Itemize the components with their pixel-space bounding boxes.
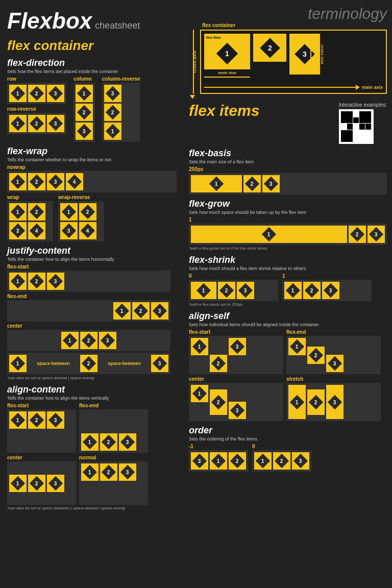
fd-row-demo: 1 2 3: [7, 83, 66, 104]
fs-demo-1: 1 2 3: [282, 280, 372, 301]
ac-normal-group: normal 1 2 3: [79, 455, 148, 505]
flex-basis-section: flex-basis Sets the main size of a flex …: [189, 148, 387, 194]
flex-container-section: flex container flex-direction Sets how t…: [7, 38, 177, 510]
as-stretch-demo: 1 2 3: [286, 383, 381, 421]
jc-desc: Tells the container how to align the ite…: [7, 257, 177, 262]
fd-cr-item-1: 1: [104, 122, 121, 140]
fd-col-rev-demo: 1 2 3: [102, 83, 140, 142]
flex-shrink-section: flex-shrink Sets how much should a flex …: [189, 255, 387, 307]
justify-content-section: justify-content Tells the container how …: [7, 246, 177, 380]
right-column: terminology flex container cross axis fl…: [184, 0, 392, 472]
fd-item-2: 2: [28, 85, 45, 102]
ac-desc: Tells the container how to align the ite…: [7, 396, 177, 401]
ac-demos-row2: center 1 2 3 normal 1 2 3: [7, 455, 177, 505]
flex-direction-demos: row 1 2 3 row-reverse 3 2 1: [7, 76, 177, 142]
fd-rr-item-2: 2: [28, 115, 45, 132]
order-demos: -1 3 1 2 0 1 2 3: [189, 444, 387, 472]
ac-start-demo: 1 2 3: [7, 409, 76, 453]
fw-wrap-rev-group: wrap-reverse 3 4 1 2: [58, 194, 104, 241]
fs-title: flex-shrink: [189, 255, 387, 265]
flex-direction-desc: Sets how the flex items are placed insid…: [7, 69, 177, 74]
fd-cr-item-2: 2: [104, 104, 121, 121]
fw-wrap-row: wrap 1 2 3 4 wrap-reverse 3 4: [7, 194, 177, 241]
diag-item-3: 3 cross size: [289, 34, 320, 75]
terminology-diagram: flex container cross axis flex item: [189, 22, 387, 94]
order-demo-0: 1 2 3: [252, 450, 311, 472]
qr-code: [339, 109, 374, 144]
as-demos-row2: center 1 2 3 stretch: [189, 376, 387, 421]
fd-c-item-2: 2: [76, 104, 93, 121]
diagram-content: flex item 1 main size: [200, 30, 387, 94]
flex-container-title: flex container: [7, 38, 177, 54]
fd-row-group: row 1 2 3 row-reverse 3 2 1: [7, 76, 66, 134]
left-column: Flexbox cheatsheet flex container flex-d…: [0, 0, 184, 519]
order-desc: Sets the ordering of the flex items: [189, 436, 387, 442]
fd-item-3: 3: [47, 85, 64, 102]
fw-wrap-group: wrap 1 2 3 4: [7, 194, 53, 241]
flex-direction-title: flex-direction: [7, 58, 177, 68]
title-block: Flexbox cheatsheet: [7, 8, 177, 34]
fd-col-group: column 1 2 3: [74, 76, 95, 142]
ac-start-group: flex-start 1 2 3: [7, 403, 76, 453]
fw-wrap-rev-demo: 3 4 1 2: [58, 201, 104, 241]
ac-end-demo: 1 2 3: [79, 409, 148, 453]
main-axis-row: main axis: [204, 85, 383, 90]
jc-between-demo: 1 space-between 2 space-between 3: [7, 353, 170, 374]
fb-title: flex-basis: [189, 148, 387, 159]
fw-wrap-demo: 1 2 3 4: [7, 201, 53, 241]
fs-desc: Sets how much should a flex item shrink …: [189, 266, 387, 271]
fs-demos: 0 1 2 3 1 1 2 3: [189, 273, 387, 301]
fd-c-item-3: 3: [76, 122, 93, 140]
align-content-section: align-content Tells the container how to…: [7, 384, 177, 510]
order-demo-neg1: 3 1 2: [189, 450, 248, 472]
ac-title: align-content: [7, 384, 177, 395]
order-section: order Sets the ordering of the flex item…: [189, 425, 387, 472]
title-flexbox: Flexbox cheatsheet: [7, 8, 177, 34]
jc-start-demo: 1 2 3: [7, 271, 170, 292]
fw-nowrap-demo: 1 2 3 4: [7, 171, 177, 192]
as-desc: Sets how individual items should be alig…: [189, 322, 387, 327]
terminology-header: terminology: [189, 0, 387, 22]
as-title: align-self: [189, 311, 387, 322]
as-center-demo: 1 2 3: [189, 383, 283, 421]
fd-item-1: 1: [9, 85, 27, 102]
flex-wrap-desc: Tells the container whether to wrap the …: [7, 157, 177, 162]
flex-wrap-title: flex-wrap: [7, 146, 177, 157]
fg-desc: Sets how much space should be taken up b…: [189, 210, 387, 215]
fd-col-rev-group: column-reverse 1 2 3: [102, 76, 140, 142]
flex-grow-section: flex-grow Sets how much space should be …: [189, 199, 387, 251]
flex-wrap-section: flex-wrap Tells the container whether to…: [7, 146, 177, 241]
fd-cr-item-3: 3: [104, 85, 121, 102]
jc-end-demo: 1 2 3: [7, 300, 170, 322]
fd-col-demo: 1 2 3: [74, 83, 95, 142]
fd-row-rev-demo: 3 2 1: [7, 113, 66, 134]
ac-center-group: center 1 2 3: [7, 455, 76, 505]
fd-rr-item-3: 3: [47, 115, 64, 132]
align-self-section: align-self Sets how individual items sho…: [189, 311, 387, 421]
fs-demo-0: 1 2 3: [189, 280, 278, 301]
flex-direction-section: flex-direction Sets how the flex items a…: [7, 58, 177, 142]
cross-axis-container: cross axis: [189, 30, 200, 94]
as-start-demo: 1 2 3: [189, 336, 283, 374]
fg-title: flex-grow: [189, 199, 387, 209]
jc-title: justify-content: [7, 246, 177, 256]
fd-c-item-1: 1: [76, 85, 93, 102]
jc-center-demo: 1 2 3: [7, 330, 170, 351]
order-title: order: [189, 425, 387, 436]
ac-demos: flex-start 1 2 3 flex-end 1 2 3: [7, 403, 177, 453]
diag-item-2: 2: [253, 34, 286, 62]
ac-normal-demo: 1 2 3: [79, 461, 148, 505]
flex-items-header: flex items Interactive examples:: [189, 102, 387, 144]
as-end-demo: 1 2 3: [286, 336, 381, 374]
as-demos: flex-start 1 2 3 flex-end: [189, 329, 387, 374]
cross-axis-arrow: [190, 95, 195, 99]
fd-rr-item-1: 1: [9, 115, 27, 132]
ac-end-group: flex-end 1 2 3: [79, 403, 148, 453]
ac-center-demo: 1 2 3: [7, 461, 76, 505]
diag-item-1: flex item 1 main size: [204, 34, 250, 69]
fg-demo: 1 2 3: [189, 224, 387, 245]
fb-demo: 1 2 3: [189, 173, 387, 194]
page: Flexbox cheatsheet flex container flex-d…: [0, 0, 392, 588]
fb-desc: Sets the main size of a flex item: [189, 159, 387, 164]
qr-section: Interactive examples:: [339, 102, 387, 144]
